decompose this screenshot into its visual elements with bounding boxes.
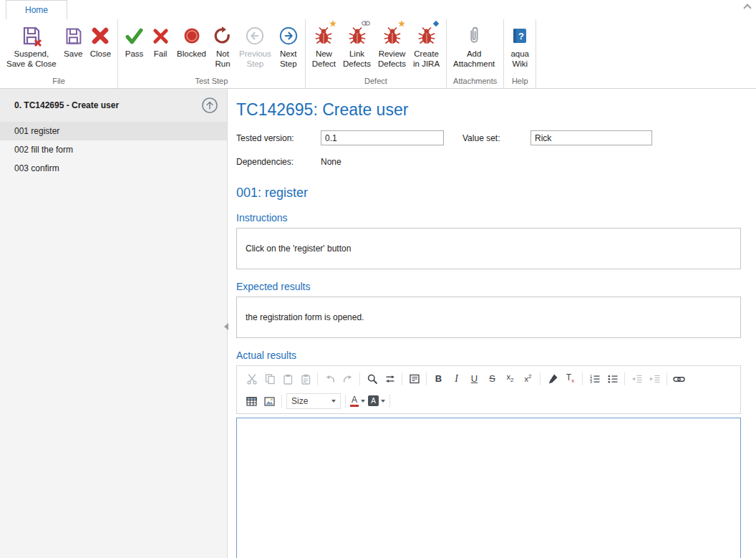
strikethrough-button[interactable]: S (483, 370, 501, 388)
sidebar-item-step-002[interactable]: 002 fill the form (0, 140, 227, 159)
button-label: Close (90, 49, 111, 59)
paste-button[interactable] (278, 370, 296, 388)
button-label: Create in JIRA (413, 49, 440, 69)
blocked-icon (183, 22, 201, 49)
superscript-icon: x2 (525, 374, 532, 383)
subscript-button[interactable]: x2 (501, 370, 519, 388)
sidebar-header: 0. TC142695 - Create user (0, 89, 227, 122)
create-in-jira-button[interactable]: Create in JIRA (410, 21, 443, 76)
find-button[interactable] (363, 370, 381, 388)
tab-home[interactable]: Home (6, 0, 67, 19)
tested-version-label: Tested version: (236, 133, 321, 143)
next-step-button[interactable]: Next Step (275, 21, 302, 76)
copy-button[interactable] (261, 370, 278, 388)
toolbar-separator (624, 372, 625, 385)
aqua-wiki-button[interactable]: ? aqua Wiki (507, 21, 533, 76)
numbered-list-button[interactable]: 123 (586, 370, 604, 388)
suspend-save-close-button[interactable]: Suspend, Save & Close (3, 21, 60, 76)
not-run-button[interactable]: Not Run (210, 21, 236, 76)
svg-text:?: ? (518, 31, 524, 42)
button-label: New Defect (312, 49, 336, 69)
fail-button[interactable]: Fail (147, 21, 173, 76)
font-size-select[interactable]: Size (286, 393, 341, 409)
underline-button[interactable]: U (465, 370, 483, 388)
bold-button[interactable]: B (430, 370, 447, 388)
close-x-icon (91, 22, 110, 49)
add-attachment-button[interactable]: Add Attachment (450, 21, 498, 76)
test-steps-sidebar: 0. TC142695 - Create user 001 register 0… (0, 89, 228, 558)
dependencies-label: Dependencies: (236, 157, 321, 167)
pass-button[interactable]: Pass (121, 21, 147, 76)
bulleted-list-button[interactable] (604, 370, 621, 388)
superscript-button[interactable]: x2 (519, 370, 537, 388)
link-button[interactable] (670, 370, 688, 388)
button-label: Blocked (177, 49, 206, 59)
review-defects-button[interactable]: Review Defects (374, 21, 410, 76)
collapse-chevron-icon[interactable] (743, 4, 751, 11)
ribbon-group-label: File (1, 76, 117, 88)
replace-button[interactable] (381, 370, 399, 388)
dependencies-row: Dependencies: None (236, 157, 741, 167)
increase-indent-button[interactable] (646, 370, 664, 388)
button-label: Suspend, Save & Close (6, 49, 57, 69)
reset-arrow-icon (213, 22, 232, 49)
italic-button[interactable]: I (447, 370, 465, 388)
select-all-button[interactable] (405, 370, 423, 388)
page-title: TC142695: Create user (236, 100, 741, 120)
toolbar-separator (317, 372, 318, 385)
undo-button[interactable] (321, 370, 339, 388)
blocked-button[interactable]: Blocked (173, 21, 210, 76)
prev-circle-arrow-icon (245, 22, 265, 49)
star-badge-icon (329, 20, 336, 27)
paste-plain-text-button[interactable] (296, 370, 314, 388)
wiki-book-icon: ? (510, 22, 529, 49)
splitter-collapse-icon[interactable] (224, 323, 228, 330)
text-color-button[interactable]: A (349, 393, 367, 410)
chevron-down-icon (331, 400, 336, 403)
bug-icon (383, 22, 402, 49)
fields-row: Tested version: Value set: (236, 130, 741, 145)
remove-format-button[interactable]: Tx (561, 370, 579, 388)
star-badge-icon (398, 20, 405, 27)
copy-formatting-button[interactable] (543, 370, 561, 388)
link-defects-button[interactable]: Link Defects (339, 21, 374, 76)
sidebar-item-step-003[interactable]: 003 confirm (0, 159, 227, 178)
previous-step-button[interactable]: Previous Step (236, 21, 275, 76)
new-defect-button[interactable]: New Defect (309, 21, 339, 76)
background-color-button[interactable]: A (367, 393, 387, 410)
ribbon-group-label: Help (505, 76, 535, 88)
toolbar-separator (667, 372, 667, 385)
button-label: Save (64, 49, 82, 59)
text-color-icon: A (350, 395, 359, 407)
insert-image-button[interactable] (261, 393, 278, 410)
toolbar-separator (345, 395, 346, 408)
expected-results-box: the registration form is opened. (236, 297, 741, 338)
save-button[interactable]: Save (60, 21, 87, 76)
cut-button[interactable] (243, 370, 261, 388)
collapse-up-icon[interactable] (201, 97, 218, 114)
bold-icon: B (435, 373, 442, 384)
underline-icon: U (471, 373, 478, 384)
sidebar-item-step-001[interactable]: 001 register (0, 122, 227, 140)
insert-table-button[interactable] (243, 393, 261, 410)
close-button[interactable]: Close (87, 21, 115, 76)
x-icon (152, 22, 170, 49)
toolbar-separator (426, 372, 427, 385)
button-label: Next Step (280, 49, 297, 69)
redo-button[interactable] (339, 370, 357, 388)
ribbon-group-defect: New Defect (306, 19, 447, 88)
ribbon: Suspend, Save & Close Save (0, 19, 756, 89)
tested-version-input[interactable] (321, 130, 444, 145)
button-label: Not Run (215, 49, 230, 69)
editor-toolbar-row-1: B I U S x2 x2 Tx 123 (243, 367, 735, 390)
font-size-label: Size (291, 396, 308, 406)
strikethrough-icon: S (489, 373, 495, 384)
italic-icon: I (455, 373, 458, 385)
svg-text:3: 3 (590, 380, 592, 384)
actual-results-editor: B I U S x2 x2 Tx 123 (236, 365, 741, 558)
actual-results-text-area[interactable] (236, 418, 741, 558)
value-set-label: Value set: (462, 133, 530, 143)
decrease-indent-button[interactable] (628, 370, 646, 388)
value-set-input[interactable] (530, 130, 652, 145)
content-area: 0. TC142695 - Create user 001 register 0… (0, 89, 756, 558)
